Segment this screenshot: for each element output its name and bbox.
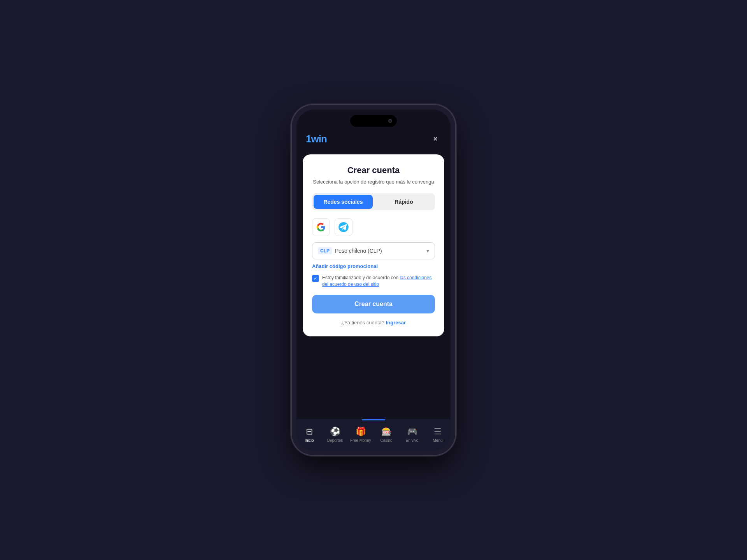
nav-item-deportes[interactable]: ⚽ Deportes [322,427,348,443]
telegram-icon [338,222,349,233]
close-button[interactable]: × [430,133,441,145]
currency-dropdown[interactable]: CLP Peso chileno (CLP) ▾ [312,242,435,259]
dynamic-island [350,115,397,127]
terms-row: ✓ Estoy familiarizado y de acuerdo con l… [312,275,435,288]
terms-checkbox[interactable]: ✓ [312,275,319,282]
google-icon [316,222,326,232]
telegram-login-button[interactable] [335,218,352,236]
nav-item-en-vivo[interactable]: 🎮 En vivo [399,427,425,443]
nav-item-casino[interactable]: 🎰 Casino [374,427,399,443]
social-icons-row [312,218,435,236]
nav-item-inicio[interactable]: ⊟ Inicio [296,427,322,443]
login-row: ¿Ya tienes cuenta? Ingresar [312,320,435,326]
nav-label-menu: Menú [433,438,442,443]
tab-row: Redes sociales Rápido [312,193,435,210]
nav-item-menu[interactable]: ☰ Menú [425,427,451,443]
nav-label-en-vivo: En vivo [406,438,419,443]
en-vivo-icon: 🎮 [407,427,417,437]
free-money-icon: 🎁 [356,427,366,437]
nav-label-casino: Casino [380,438,392,443]
nav-items: ⊟ Inicio ⚽ Deportes 🎁 Free Money 🎰 Casin… [296,424,451,443]
modal-subtitle: Selecciona la opción de registro que más… [312,178,435,186]
promo-code-link[interactable]: Añadir código promocional [312,263,435,269]
create-account-button[interactable]: Crear cuenta [312,295,435,313]
phone-device: 1win × Crear cuenta Selecciona la opción… [292,105,455,455]
google-login-button[interactable] [312,218,330,236]
nav-label-inicio: Inicio [305,438,314,443]
logo-text: 1win [306,133,327,145]
camera-dot [388,119,392,123]
nav-label-deportes: Deportes [327,438,343,443]
modal-card: Crear cuenta Selecciona la opción de reg… [303,154,444,336]
chevron-down-icon: ▾ [426,248,429,254]
phone-screen: 1win × Crear cuenta Selecciona la opción… [296,110,451,450]
checkmark-icon: ✓ [314,276,317,281]
nav-label-free-money: Free Money [350,438,371,443]
menu-icon: ☰ [434,427,442,437]
bottom-nav: ⊟ Inicio ⚽ Deportes 🎁 Free Money 🎰 Casin… [296,419,451,450]
nav-indicator [362,419,385,420]
login-prompt-text: ¿Ya tienes cuenta? [341,320,384,326]
tab-redes-sociales[interactable]: Redes sociales [314,195,373,209]
deportes-icon: ⚽ [330,427,340,437]
modal-title: Crear cuenta [312,165,435,175]
terms-text: Estoy familiarizado y de acuerdo con las… [322,275,435,288]
dark-bg [296,340,451,419]
login-link[interactable]: Ingresar [386,320,406,326]
nav-item-free-money[interactable]: 🎁 Free Money [348,427,374,443]
app-logo: 1win [306,133,327,145]
currency-left: CLP Peso chileno (CLP) [318,247,382,254]
currency-code: CLP [318,247,332,254]
tab-rapido[interactable]: Rápido [374,195,433,209]
terms-static-text: Estoy familiarizado y de acuerdo con [322,275,400,280]
currency-name: Peso chileno (CLP) [335,248,382,254]
inicio-icon: ⊟ [306,427,313,437]
casino-icon: 🎰 [381,427,392,437]
